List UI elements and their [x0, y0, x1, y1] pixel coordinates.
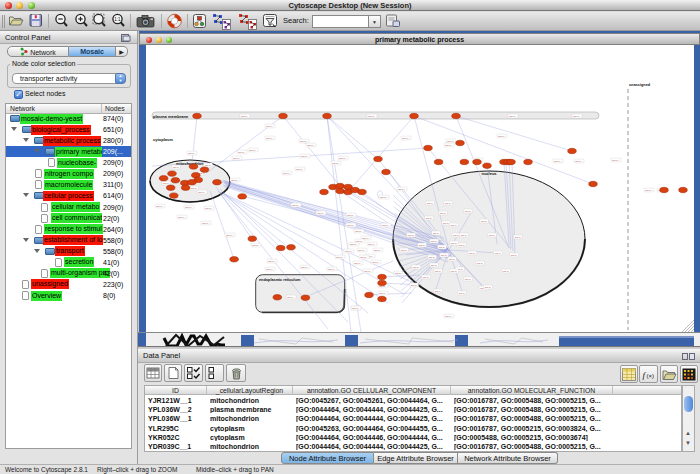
svg-text:unassigned: unassigned — [629, 83, 651, 87]
svg-text:[ab-1]: [ab-1] — [301, 155, 307, 158]
svg-text:[ab-1]: [ab-1] — [612, 159, 618, 162]
svg-text:[ab-1]: [ab-1] — [355, 230, 361, 233]
svg-text:[ab-1]: [ab-1] — [163, 182, 169, 185]
svg-text:[ab-1]: [ab-1] — [461, 234, 467, 237]
svg-text:[ab-1]: [ab-1] — [300, 140, 306, 143]
svg-text:[ab-1]: [ab-1] — [495, 252, 501, 255]
svg-text:[ab-1]: [ab-1] — [231, 179, 237, 182]
svg-text:[ab-1]: [ab-1] — [336, 256, 342, 259]
svg-text:[ab-1]: [ab-1] — [449, 258, 455, 261]
svg-text:[ab-1]: [ab-1] — [453, 234, 459, 237]
svg-text:[ab-1]: [ab-1] — [296, 168, 302, 171]
svg-text:[ab-1]: [ab-1] — [413, 266, 419, 269]
svg-text:[ab-1]: [ab-1] — [241, 115, 247, 118]
svg-text:[ab-1]: [ab-1] — [266, 125, 272, 128]
svg-text:[ab-1]: [ab-1] — [401, 249, 407, 252]
svg-text:[ab-1]: [ab-1] — [382, 224, 388, 227]
svg-text:[ab-1]: [ab-1] — [226, 234, 232, 237]
svg-text:[ab-1]: [ab-1] — [339, 157, 345, 160]
svg-text:[ab-1]: [ab-1] — [465, 210, 471, 213]
svg-text:[ab-1]: [ab-1] — [465, 278, 471, 281]
svg-text:[ab-1]: [ab-1] — [345, 250, 351, 253]
svg-text:[ab-1]: [ab-1] — [481, 220, 487, 223]
svg-text:[ab-1]: [ab-1] — [178, 216, 184, 219]
svg-text:[ab-1]: [ab-1] — [266, 268, 272, 271]
svg-text:[ab-1]: [ab-1] — [435, 290, 441, 293]
svg-text:cytoplasm: cytoplasm — [153, 137, 173, 142]
svg-text:[ab-1]: [ab-1] — [307, 144, 313, 147]
svg-text:[ab-1]: [ab-1] — [395, 272, 401, 275]
svg-text:[ab-1]: [ab-1] — [380, 196, 386, 199]
svg-text:[ab-1]: [ab-1] — [266, 137, 272, 140]
svg-text:[ab-1]: [ab-1] — [328, 268, 334, 271]
svg-text:[ab-1]: [ab-1] — [249, 149, 255, 152]
svg-text:[ab-1]: [ab-1] — [477, 262, 483, 265]
svg-text:[ab-1]: [ab-1] — [433, 232, 439, 235]
svg-text:[ab-1]: [ab-1] — [398, 188, 404, 191]
svg-text:[ab-1]: [ab-1] — [445, 202, 451, 205]
svg-text:[ab-1]: [ab-1] — [575, 160, 581, 163]
svg-text:endoplasmic reticulum: endoplasmic reticulum — [259, 278, 301, 282]
svg-text:[ab-1]: [ab-1] — [408, 234, 414, 237]
svg-text:[ab-1]: [ab-1] — [423, 276, 429, 279]
svg-text:[ab-1]: [ab-1] — [451, 242, 457, 245]
svg-text:[ab-1]: [ab-1] — [347, 214, 353, 217]
svg-text:[ab-1]: [ab-1] — [292, 204, 298, 207]
svg-text:[ab-1]: [ab-1] — [301, 266, 307, 269]
svg-text:[ab-1]: [ab-1] — [352, 307, 358, 310]
svg-text:[ab-1]: [ab-1] — [445, 315, 451, 318]
svg-text:[ab-1]: [ab-1] — [498, 135, 504, 138]
svg-text:[ab-1]: [ab-1] — [440, 212, 446, 215]
svg-text:[ab-1]: [ab-1] — [368, 243, 374, 246]
svg-text:[ab-1]: [ab-1] — [360, 256, 366, 259]
svg-text:[ab-1]: [ab-1] — [188, 152, 194, 155]
svg-text:[ab-1]: [ab-1] — [354, 262, 360, 265]
svg-text:[ab-1]: [ab-1] — [252, 244, 258, 247]
svg-text:[ab-1]: [ab-1] — [431, 264, 437, 267]
svg-text:[ab-1]: [ab-1] — [374, 249, 380, 252]
svg-text:[ab-1]: [ab-1] — [426, 217, 432, 220]
svg-text:[ab-1]: [ab-1] — [173, 166, 179, 169]
svg-text:[ab-1]: [ab-1] — [233, 157, 239, 160]
svg-text:[ab-1]: [ab-1] — [431, 240, 437, 243]
svg-text:plasma membrane: plasma membrane — [153, 114, 189, 119]
svg-text:[ab-1]: [ab-1] — [509, 115, 515, 118]
svg-text:[ab-1]: [ab-1] — [332, 162, 338, 165]
svg-text:[ab-1]: [ab-1] — [283, 172, 289, 175]
svg-text:[ab-1]: [ab-1] — [429, 256, 435, 259]
svg-text:[ab-1]: [ab-1] — [411, 284, 417, 287]
svg-text:[ab-1]: [ab-1] — [205, 207, 211, 210]
svg-text:[ab-1]: [ab-1] — [445, 144, 451, 147]
svg-text:[ab-1]: [ab-1] — [364, 270, 370, 273]
svg-text:[ab-1]: [ab-1] — [573, 115, 579, 118]
svg-text:[ab-1]: [ab-1] — [358, 249, 364, 252]
svg-text:[ab-1]: [ab-1] — [443, 222, 449, 225]
svg-text:[ab-1]: [ab-1] — [515, 236, 521, 239]
svg-text:[ab-1]: [ab-1] — [459, 292, 465, 295]
svg-text:[ab-1]: [ab-1] — [202, 222, 208, 225]
svg-text:[ab-1]: [ab-1] — [451, 270, 457, 273]
svg-text:[ab-1]: [ab-1] — [185, 206, 191, 209]
svg-text:[ab-1]: [ab-1] — [205, 164, 211, 167]
svg-text:[ab-1]: [ab-1] — [238, 151, 244, 154]
svg-text:[ab-1]: [ab-1] — [439, 246, 445, 249]
svg-text:[ab-1]: [ab-1] — [435, 270, 441, 273]
svg-text:[ab-1]: [ab-1] — [447, 140, 453, 143]
svg-text:[ab-1]: [ab-1] — [469, 252, 475, 255]
svg-text:[ab-1]: [ab-1] — [347, 224, 353, 227]
svg-text:[ab-1]: [ab-1] — [489, 234, 495, 237]
svg-text:[ab-1]: [ab-1] — [511, 254, 517, 257]
svg-text:[ab-1]: [ab-1] — [191, 187, 197, 190]
svg-text:[ab-1]: [ab-1] — [441, 254, 447, 257]
svg-text:[ab-1]: [ab-1] — [554, 160, 560, 163]
svg-text:[ab-1]: [ab-1] — [372, 261, 378, 264]
svg-text:[ab-1]: [ab-1] — [156, 205, 162, 208]
svg-text:nucleus: nucleus — [481, 171, 497, 176]
svg-text:[ab-1]: [ab-1] — [451, 224, 457, 227]
svg-text:(×): (×) — [647, 373, 655, 379]
svg-text:1:1: 1:1 — [114, 17, 121, 22]
svg-text:[ab-1]: [ab-1] — [268, 260, 274, 263]
svg-text:[ab-1]: [ab-1] — [198, 191, 204, 194]
svg-text:[ab-1]: [ab-1] — [379, 292, 385, 295]
svg-text:[ab-1]: [ab-1] — [317, 212, 323, 215]
